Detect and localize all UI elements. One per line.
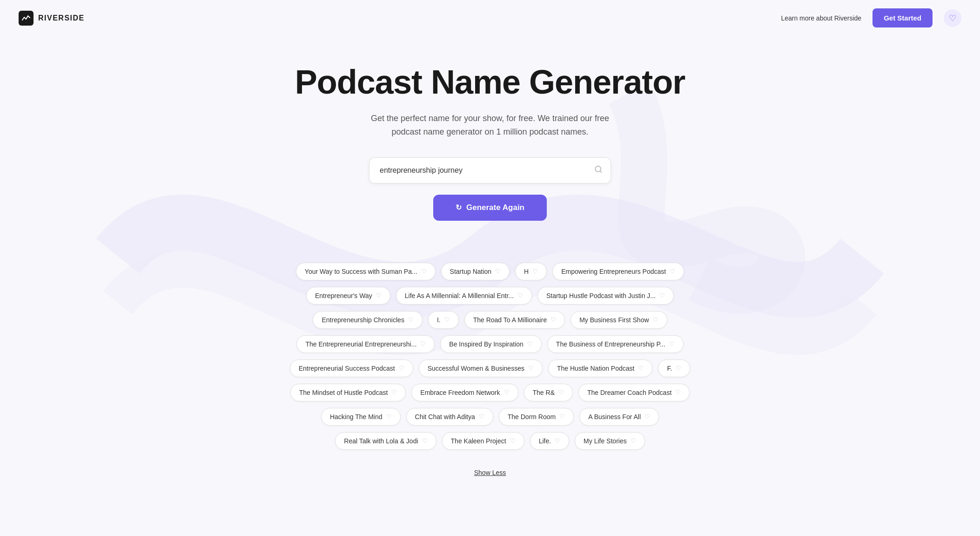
tag-label: Entrepreneurial Success Podcast	[299, 365, 395, 372]
tag-label: The Road To A Millionaire	[473, 316, 547, 324]
heart-icon[interactable]: ♡	[527, 340, 533, 347]
heart-icon[interactable]: ♡	[444, 316, 450, 323]
heart-icon[interactable]: ♡	[631, 437, 636, 444]
list-item[interactable]: The Dorm Room ♡	[499, 408, 574, 426]
list-item[interactable]: Startup Hustle Podcast with Justin J... …	[537, 287, 674, 305]
list-item[interactable]: Your Way to Success with Suman Pa... ♡	[296, 263, 436, 280]
heart-icon[interactable]: ♡	[532, 268, 538, 275]
list-item[interactable]: A Business For All ♡	[579, 408, 659, 426]
tag-label: A Business For All	[588, 413, 641, 421]
list-item[interactable]: The Road To A Millionaire ♡	[464, 311, 565, 329]
list-item[interactable]: The Business of Entrepreneurship P... ♡	[547, 335, 684, 353]
list-item[interactable]: Entrepreneur's Way ♡	[306, 287, 390, 305]
tag-label: The Hustle Nation Podcast	[557, 365, 635, 372]
logo-area: RIVERSIDE	[19, 11, 85, 26]
show-less-link[interactable]: Show Less	[474, 469, 506, 476]
list-item[interactable]: The Entrepreneurial Entrepreneurshi... ♡	[296, 335, 435, 353]
list-item[interactable]: The Dreamer Coach Podcast ♡	[578, 384, 690, 401]
tag-label: Empowering Entrepreneurs Podcast	[561, 268, 666, 275]
heart-icon[interactable]: ♡	[386, 413, 392, 420]
heart-icon[interactable]: ♡	[528, 365, 534, 372]
list-item[interactable]: I. ♡	[428, 311, 459, 329]
heart-icon[interactable]: ♡	[669, 340, 675, 347]
search-container	[369, 157, 611, 183]
tag-label: Successful Women & Businesses	[428, 365, 524, 372]
heart-icon[interactable]: ♡	[659, 292, 665, 299]
page-subtitle: Get the perfect name for your show, for …	[369, 112, 611, 139]
heart-icon[interactable]: ♡	[555, 437, 560, 444]
heart-icon[interactable]: ♡	[376, 292, 382, 299]
heart-icon[interactable]: ♡	[408, 316, 414, 323]
tag-label: The R&	[533, 389, 555, 396]
heart-icon[interactable]: ♡	[504, 389, 510, 396]
list-item[interactable]: Successful Women & Businesses ♡	[419, 360, 543, 377]
tag-label: The Kaleen Project	[451, 437, 506, 445]
tag-label: Real Talk with Lola & Jodi	[344, 437, 418, 445]
get-started-button[interactable]: Get Started	[873, 8, 933, 27]
list-item[interactable]: Embrace Freedom Network ♡	[411, 384, 518, 401]
tag-label: Life As A Millennial: A Millennial Entr.…	[405, 292, 514, 299]
heart-icon[interactable]: ♡	[399, 365, 404, 372]
list-item[interactable]: Be Inspired By Inspiration ♡	[440, 335, 542, 353]
heart-icon[interactable]: ♡	[676, 365, 681, 372]
list-item[interactable]: Entrepreneurship Chronicles ♡	[313, 311, 422, 329]
list-item[interactable]: Chit Chat with Aditya ♡	[406, 408, 493, 426]
heart-icon[interactable]: ♡	[670, 268, 675, 275]
tag-label: The Dreamer Coach Podcast	[587, 389, 671, 396]
heart-icon-button[interactable]: ♡	[944, 9, 961, 27]
list-item[interactable]: My Business First Show ♡	[571, 311, 667, 329]
tags-row-3: Entrepreneurship Chronicles ♡ I. ♡ The R…	[313, 311, 667, 329]
refresh-icon: ↻	[456, 203, 462, 212]
list-item[interactable]: Empowering Entrepreneurs Podcast ♡	[552, 263, 684, 280]
list-item[interactable]: The R& ♡	[524, 384, 573, 401]
list-item[interactable]: Hacking The Mind ♡	[321, 408, 401, 426]
heart-icon[interactable]: ♡	[479, 413, 484, 420]
heart-icon[interactable]: ♡	[510, 437, 516, 444]
list-item[interactable]: Life As A Millennial: A Millennial Entr.…	[396, 287, 532, 305]
heart-icon[interactable]: ♡	[421, 268, 427, 275]
tag-label: Your Way to Success with Suman Pa...	[305, 268, 417, 275]
generate-again-button[interactable]: ↻ Generate Again	[433, 195, 547, 221]
tag-label: Embrace Freedom Network	[420, 389, 500, 396]
list-item[interactable]: F. ♡	[658, 360, 690, 377]
header: RIVERSIDE Learn more about Riverside Get…	[0, 0, 980, 36]
show-less-container: Show Less	[0, 468, 980, 495]
header-right: Learn more about Riverside Get Started ♡	[781, 8, 961, 27]
heart-icon[interactable]: ♡	[550, 316, 556, 323]
heart-icon[interactable]: ♡	[559, 413, 565, 420]
heart-icon[interactable]: ♡	[644, 413, 650, 420]
heart-icon[interactable]: ♡	[495, 268, 501, 275]
generate-btn-label: Generate Again	[466, 203, 524, 212]
heart-icon[interactable]: ♡	[653, 316, 658, 323]
search-input[interactable]	[369, 157, 611, 183]
tags-row-5: Entrepreneurial Success Podcast ♡ Succes…	[290, 360, 691, 377]
list-item[interactable]: The Hustle Nation Podcast ♡	[548, 360, 653, 377]
list-item[interactable]: Real Talk with Lola & Jodi ♡	[335, 432, 436, 450]
heart-icon[interactable]: ♡	[558, 389, 564, 396]
heart-icon[interactable]: ♡	[422, 437, 428, 444]
list-item[interactable]: The Kaleen Project ♡	[442, 432, 524, 450]
tag-label: The Entrepreneurial Entrepreneurshi...	[305, 340, 416, 348]
tags-row-8: Real Talk with Lola & Jodi ♡ The Kaleen …	[335, 432, 644, 450]
tag-label: Chit Chat with Aditya	[415, 413, 475, 421]
list-item[interactable]: The Mindset of Hustle Podcast ♡	[290, 384, 406, 401]
learn-more-link[interactable]: Learn more about Riverside	[781, 14, 861, 22]
list-item[interactable]: H ♡	[515, 263, 547, 280]
list-item[interactable]: Startup Nation ♡	[441, 263, 510, 280]
heart-icon[interactable]: ♡	[675, 389, 681, 396]
heart-icon[interactable]: ♡	[517, 292, 523, 299]
logo-icon	[19, 11, 34, 26]
tag-label: Hacking The Mind	[330, 413, 383, 421]
heart-icon[interactable]: ♡	[391, 389, 397, 396]
tag-label: My Business First Show	[579, 316, 649, 324]
list-item[interactable]: Life. ♡	[530, 432, 569, 450]
tag-label: F.	[667, 365, 672, 372]
tag-label: The Mindset of Hustle Podcast	[299, 389, 388, 396]
heart-icon[interactable]: ♡	[420, 340, 426, 347]
tag-label: I.	[437, 316, 441, 324]
tags-row-7: Hacking The Mind ♡ Chit Chat with Aditya…	[321, 408, 659, 426]
list-item[interactable]: Entrepreneurial Success Podcast ♡	[290, 360, 413, 377]
heart-icon[interactable]: ♡	[638, 365, 644, 372]
tag-label: Startup Hustle Podcast with Justin J...	[546, 292, 656, 299]
list-item[interactable]: My Life Stories ♡	[575, 432, 645, 450]
